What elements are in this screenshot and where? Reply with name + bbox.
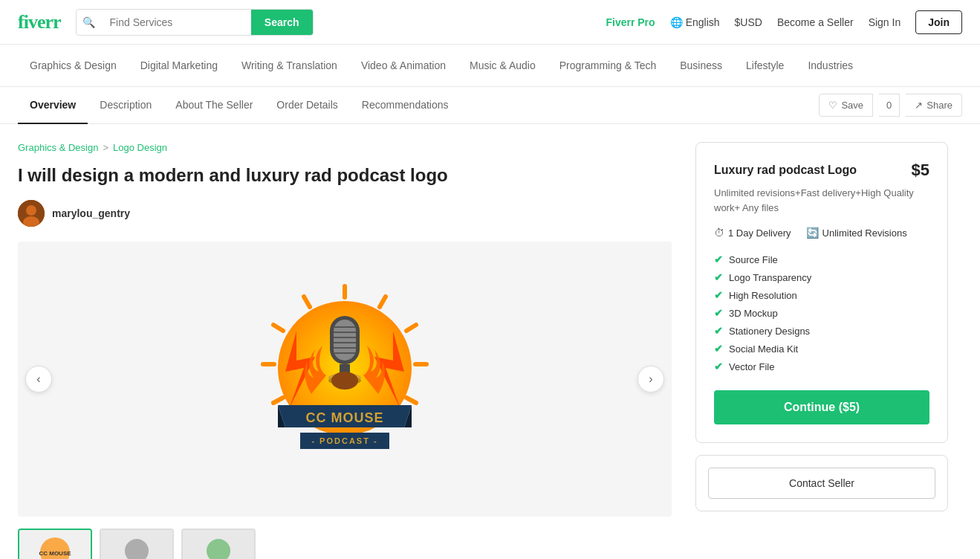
check-icon: ✔ (714, 253, 723, 265)
avatar-image (18, 200, 45, 227)
gallery-prev-button[interactable]: ‹ (25, 366, 52, 392)
package-description: Unlimited revisions+Fast delivery+High Q… (714, 186, 929, 215)
tab-about-seller[interactable]: About The Seller (163, 87, 265, 124)
currency-selector[interactable]: $USD (735, 16, 762, 28)
nav-item-lifestyle[interactable]: Lifestyle (734, 45, 796, 86)
thumbnail-list: CC MOUSE (18, 529, 672, 559)
svg-point-26 (331, 372, 358, 390)
seller-name[interactable]: marylou_gentry (52, 207, 130, 219)
save-button[interactable]: ♡ Save (819, 94, 873, 117)
header: fiverr 🔍 Search Fiverr Pro 🌐 English $US… (0, 0, 980, 45)
feature-high-resolution: ✔ High Resolution (714, 286, 929, 304)
join-button[interactable]: Join (915, 10, 962, 34)
tabs-bar: Overview Description About The Seller Or… (0, 87, 980, 124)
revisions-meta: 🔄 Unlimited Revisions (806, 227, 907, 239)
contact-card: Contact Seller (695, 455, 948, 511)
seller-row: marylou_gentry (18, 200, 672, 227)
save-count: 0 (879, 94, 900, 117)
main-content: Graphics & Design > Logo Design I will d… (0, 124, 966, 559)
svg-line-5 (406, 325, 416, 331)
header-right: Fiverr Pro 🌐 English $USD Become a Selle… (606, 10, 962, 34)
check-icon: ✔ (714, 271, 723, 283)
main-gallery-image: CC MOUSE - PODCAST - (18, 242, 672, 517)
sidebar: Luxury rad podcast Logo $5 Unlimited rev… (695, 142, 948, 559)
breadcrumb-logo[interactable]: Logo Design (113, 142, 167, 153)
svg-line-4 (380, 297, 386, 307)
nav-item-writing[interactable]: Writing & Translation (230, 45, 349, 86)
image-gallery: CC MOUSE - PODCAST - ‹ › (18, 242, 672, 517)
breadcrumb: Graphics & Design > Logo Design (18, 142, 672, 153)
revisions-text: Unlimited Revisions (822, 227, 907, 239)
gig-content: Graphics & Design > Logo Design I will d… (18, 142, 672, 559)
svg-rect-16 (334, 320, 356, 361)
check-icon: ✔ (714, 289, 723, 301)
search-button[interactable]: Search (251, 10, 313, 35)
fiverr-pro-link[interactable]: Fiverr Pro (606, 16, 655, 28)
thumbnail-3[interactable] (181, 529, 256, 559)
feature-social-media: ✔ Social Media Kit (714, 340, 929, 358)
language-selector[interactable]: 🌐 English (670, 16, 720, 28)
tab-recommendations[interactable]: Recommendations (350, 87, 461, 124)
thumbnail-1[interactable]: CC MOUSE (18, 529, 92, 559)
share-icon: ↗ (915, 100, 923, 111)
check-icon: ✔ (714, 361, 723, 372)
nav-item-graphics[interactable]: Graphics & Design (18, 45, 129, 86)
svg-text:CC MOUSE: CC MOUSE (305, 410, 383, 425)
nav-item-video[interactable]: Video & Animation (349, 45, 458, 86)
heart-icon: ♡ (828, 100, 837, 111)
tab-actions: ♡ Save 0 ↗ Share (819, 94, 962, 117)
gallery-next-button[interactable]: › (637, 366, 664, 392)
delivery-text: 1 Day Delivery (728, 227, 791, 239)
package-card: Luxury rad podcast Logo $5 Unlimited rev… (695, 142, 948, 443)
feature-3d-mockup: ✔ 3D Mockup (714, 304, 929, 322)
svg-line-11 (273, 398, 283, 403)
share-button[interactable]: ↗ Share (906, 94, 962, 117)
nav-item-music[interactable]: Music & Audio (458, 45, 548, 86)
nav-item-digital[interactable]: Digital Marketing (129, 45, 230, 86)
continue-button[interactable]: Continue ($5) (714, 390, 929, 424)
delivery-meta: ⏱ 1 Day Delivery (714, 227, 791, 239)
contact-seller-button[interactable]: Contact Seller (708, 468, 935, 499)
nav-item-programming[interactable]: Programming & Tech (548, 45, 668, 86)
svg-text:- PODCAST -: - PODCAST - (311, 436, 377, 445)
become-seller-link[interactable]: Become a Seller (777, 16, 854, 28)
svg-line-8 (304, 297, 310, 307)
check-icon: ✔ (714, 307, 723, 319)
feature-source-file: ✔ Source File (714, 251, 929, 268)
package-meta: ⏱ 1 Day Delivery 🔄 Unlimited Revisions (714, 227, 929, 239)
refresh-icon: 🔄 (806, 227, 819, 239)
logo[interactable]: fiverr (18, 11, 61, 33)
avatar (18, 200, 45, 227)
clock-icon: ⏱ (714, 227, 724, 239)
nav-item-business[interactable]: Business (668, 45, 734, 86)
features-list: ✔ Source File ✔ Logo Transparency ✔ High… (714, 251, 929, 375)
search-bar: 🔍 Search (76, 9, 314, 36)
check-icon: ✔ (714, 343, 723, 355)
svg-line-7 (406, 398, 416, 403)
thumbnail-2[interactable] (100, 529, 174, 559)
svg-text:CC MOUSE: CC MOUSE (39, 550, 71, 557)
check-icon: ✔ (714, 325, 723, 337)
gig-title: I will design a modern and luxury rad po… (18, 164, 672, 187)
sign-in-link[interactable]: Sign In (869, 16, 901, 28)
feature-vector: ✔ Vector File (714, 358, 929, 375)
category-nav: Graphics & Design Digital Marketing Writ… (0, 45, 980, 87)
package-name: Luxury rad podcast Logo (714, 164, 857, 177)
search-icon: 🔍 (77, 16, 101, 28)
search-input[interactable] (101, 10, 251, 34)
tab-description[interactable]: Description (88, 87, 163, 124)
feature-logo-transparency: ✔ Logo Transparency (714, 268, 929, 286)
package-price: $5 (912, 161, 929, 180)
feature-stationery: ✔ Stationery Designs (714, 322, 929, 340)
svg-point-1 (26, 205, 36, 216)
breadcrumb-graphics[interactable]: Graphics & Design (18, 142, 98, 153)
package-header: Luxury rad podcast Logo $5 (714, 161, 929, 180)
nav-item-industries[interactable]: Industries (796, 45, 865, 86)
breadcrumb-separator: > (103, 142, 108, 153)
podcast-logo-svg: CC MOUSE - PODCAST - (226, 260, 464, 498)
tab-order-details[interactable]: Order Details (265, 87, 349, 124)
globe-icon: 🌐 (670, 16, 683, 28)
svg-line-9 (273, 325, 283, 331)
tab-overview[interactable]: Overview (18, 87, 88, 124)
